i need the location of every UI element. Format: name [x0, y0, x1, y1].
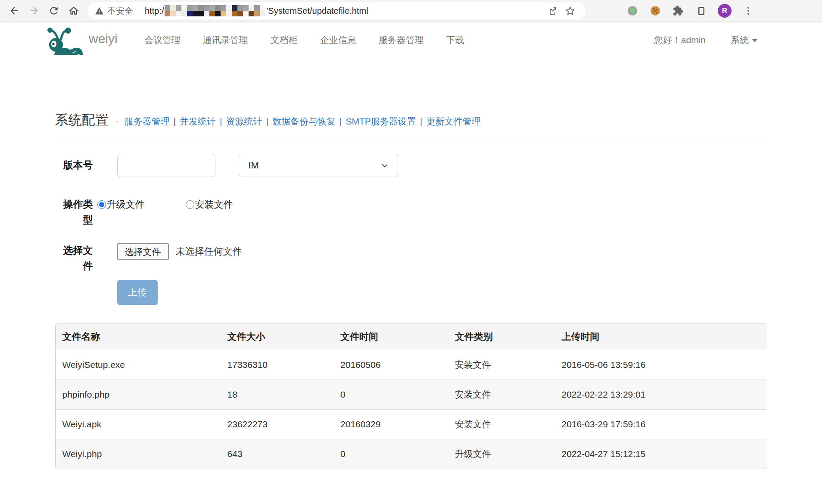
chevron-down-icon	[752, 39, 757, 42]
table-row: Weiyi.php6430升级文件2022-04-27 15:12:15	[56, 439, 767, 469]
table-cell: 0	[333, 439, 448, 469]
extension-dot-icon[interactable]	[626, 5, 638, 17]
menu-dots-icon[interactable]	[742, 5, 754, 17]
subnav-link[interactable]: 服务器管理	[125, 116, 170, 126]
upload-button[interactable]: 上传	[117, 280, 158, 305]
table-cell: phpinfo.php	[56, 380, 221, 409]
page-content: 系统配置 - 服务器管理|并发统计|资源统计|数据备份与恢复|SMTP服务器设置…	[55, 111, 767, 469]
table-cell: 0	[333, 380, 448, 409]
bookmark-star-icon[interactable]	[561, 3, 579, 19]
table-cell: 17336310	[221, 350, 334, 380]
version-row: 版本号 IM	[55, 154, 767, 177]
upload-row: 上传	[55, 287, 767, 305]
column-header: 文件名称	[56, 324, 221, 350]
update-file-form: 版本号 IM 操作类型 升级文件 安装文件	[55, 154, 767, 305]
link-separator: |	[220, 116, 222, 126]
table-row: Weiyi.apk2362227320160329安装文件2016-03-29 …	[56, 409, 767, 439]
radio-upgrade-file[interactable]: 升级文件	[97, 198, 145, 211]
main-nav: 会议管理通讯录管理文档柜企业信息服务器管理下载	[144, 34, 464, 46]
column-header: 上传时间	[554, 324, 766, 350]
table-cell: 18	[221, 380, 334, 409]
table-cell: 2022-04-27 15:12:15	[554, 439, 766, 469]
table-cell: 643	[221, 439, 334, 469]
radio-upgrade-input[interactable]	[97, 200, 106, 209]
table-row: phpinfo.php180安装文件2022-02-22 13:29:01	[56, 380, 767, 409]
table-body: WeiyiSetup.exe1733631020160506安装文件2016-0…	[56, 350, 767, 469]
forward-icon[interactable]	[24, 2, 44, 19]
url-redacted-mosaic	[165, 5, 265, 16]
version-input[interactable]	[117, 154, 215, 177]
column-header: 文件大小	[221, 324, 334, 350]
security-label: 不安全	[107, 5, 133, 17]
nav-item[interactable]: 通讯录管理	[203, 34, 248, 46]
table-cell: 23622273	[221, 409, 334, 439]
url-prefix: http:/	[145, 6, 164, 16]
nav-item[interactable]: 下载	[446, 34, 464, 46]
table-cell: 安装文件	[448, 409, 555, 439]
page-head: 系统配置 - 服务器管理|并发统计|资源统计|数据备份与恢复|SMTP服务器设置…	[55, 111, 767, 129]
address-divider	[139, 6, 139, 16]
system-menu-label: 系统	[731, 34, 749, 46]
nav-item[interactable]: 文档柜	[271, 34, 298, 46]
nav-item[interactable]: 服务器管理	[379, 34, 424, 46]
user-greeting: 您好！admin	[654, 34, 706, 46]
radio-upgrade-label: 升级文件	[107, 198, 145, 211]
back-icon[interactable]	[4, 2, 24, 19]
subnav-link[interactable]: 数据备份与恢复	[272, 116, 336, 126]
profile-avatar[interactable]: R	[718, 4, 732, 18]
choose-file-row: 选择文件 选择文件 未选择任何文件	[55, 243, 767, 274]
table-cell: 20160506	[333, 350, 448, 380]
extension-cluster: R	[626, 4, 760, 18]
table-cell: 升级文件	[448, 439, 555, 469]
table-cell: 2016-05-06 13:59:16	[554, 350, 766, 380]
brand-name[interactable]: weiyi	[89, 31, 118, 46]
files-table: 文件名称文件大小文件时间文件类别上传时间 WeiyiSetup.exe17336…	[56, 324, 767, 469]
link-separator: |	[339, 116, 342, 126]
not-secure-warning-icon	[95, 6, 104, 16]
title-separator: -	[115, 116, 118, 127]
home-icon[interactable]	[64, 2, 84, 19]
subnav-link[interactable]: 更新文件管理	[426, 116, 480, 126]
divider	[55, 138, 767, 138]
cookie-icon[interactable]	[649, 5, 661, 17]
nav-item[interactable]: 企业信息	[320, 34, 356, 46]
operation-type-row: 操作类型 升级文件 安装文件	[55, 197, 767, 227]
file-status-text: 未选择任何文件	[176, 245, 242, 258]
address-bar[interactable]: 不安全 http:/ 'SystemSet/updatefile.html	[88, 2, 585, 19]
select-chevron-icon	[380, 160, 390, 171]
table-header-row: 文件名称文件大小文件时间文件类别上传时间	[56, 324, 767, 350]
table-cell: Weiyi.apk	[56, 409, 221, 439]
page-title: 系统配置	[55, 111, 109, 129]
choose-file-label: 选择文件	[59, 243, 93, 274]
table-cell: 2016-03-29 17:59:16	[554, 409, 766, 439]
system-menu[interactable]: 系统	[731, 34, 757, 46]
subnav-link[interactable]: SMTP服务器设置	[346, 116, 416, 126]
table-row: WeiyiSetup.exe1733631020160506安装文件2016-0…	[56, 350, 767, 380]
table-cell: 安装文件	[448, 380, 555, 409]
url-text: http:/ 'SystemSet/updatefile.html	[145, 5, 368, 16]
link-separator: |	[174, 116, 176, 126]
table-cell: 安装文件	[448, 350, 555, 380]
column-header: 文件时间	[333, 324, 448, 350]
subnav-link[interactable]: 资源统计	[226, 116, 262, 126]
radio-install-label: 安装文件	[195, 198, 233, 211]
radio-install-input[interactable]	[186, 200, 194, 209]
platform-select[interactable]: IM	[239, 154, 398, 177]
browser-toolbar: 不安全 http:/ 'SystemSet/updatefile.html R	[0, 0, 822, 22]
table-cell: 20160329	[333, 409, 448, 439]
share-icon[interactable]	[544, 3, 561, 19]
radio-install-file[interactable]: 安装文件	[186, 198, 233, 211]
extensions-puzzle-icon[interactable]	[672, 5, 684, 17]
reload-icon[interactable]	[44, 2, 64, 19]
files-table-wrap: 文件名称文件大小文件时间文件类别上传时间 WeiyiSetup.exe17336…	[55, 324, 767, 469]
column-header: 文件类别	[448, 324, 555, 350]
nav-item[interactable]: 会议管理	[144, 34, 181, 46]
weiyi-logo-icon[interactable]	[38, 22, 83, 55]
subnav-links: 服务器管理|并发统计|资源统计|数据备份与恢复|SMTP服务器设置|更新文件管理	[125, 115, 481, 128]
header-right: 您好！admin 系统	[654, 34, 757, 46]
subnav-link[interactable]: 并发统计	[180, 116, 216, 126]
table-cell: WeiyiSetup.exe	[56, 350, 221, 380]
version-label: 版本号	[59, 158, 93, 173]
side-panel-icon[interactable]	[695, 5, 707, 17]
choose-file-button[interactable]: 选择文件	[117, 243, 169, 260]
